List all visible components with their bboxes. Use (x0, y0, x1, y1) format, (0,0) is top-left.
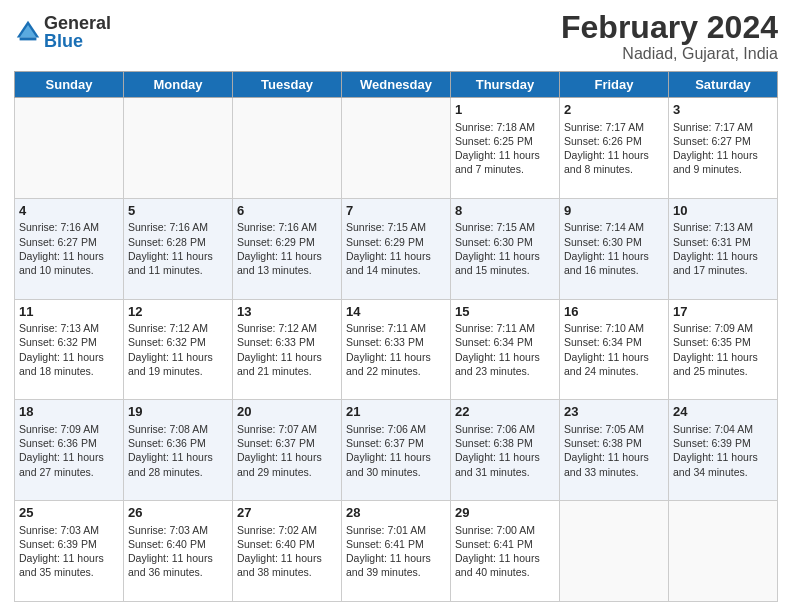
col-friday: Friday (560, 72, 669, 98)
cell-2-1: 12Sunrise: 7:12 AM Sunset: 6:32 PM Dayli… (124, 299, 233, 400)
svg-rect-2 (20, 38, 37, 41)
day-number-27: 27 (237, 504, 337, 522)
col-tuesday: Tuesday (233, 72, 342, 98)
month-title: February 2024 (561, 10, 778, 45)
day-info-15: Sunrise: 7:11 AM Sunset: 6:34 PM Dayligh… (455, 321, 555, 378)
day-info-10: Sunrise: 7:13 AM Sunset: 6:31 PM Dayligh… (673, 220, 773, 277)
day-number-16: 16 (564, 303, 664, 321)
cell-4-4: 29Sunrise: 7:00 AM Sunset: 6:41 PM Dayli… (451, 501, 560, 602)
col-monday: Monday (124, 72, 233, 98)
day-number-19: 19 (128, 403, 228, 421)
header: General Blue February 2024 Nadiad, Gujar… (14, 10, 778, 63)
day-number-4: 4 (19, 202, 119, 220)
cell-4-3: 28Sunrise: 7:01 AM Sunset: 6:41 PM Dayli… (342, 501, 451, 602)
day-info-23: Sunrise: 7:05 AM Sunset: 6:38 PM Dayligh… (564, 422, 664, 479)
logo-text: General Blue (44, 14, 111, 50)
col-saturday: Saturday (669, 72, 778, 98)
day-number-14: 14 (346, 303, 446, 321)
cell-0-2 (233, 98, 342, 199)
day-info-8: Sunrise: 7:15 AM Sunset: 6:30 PM Dayligh… (455, 220, 555, 277)
day-number-11: 11 (19, 303, 119, 321)
title-area: February 2024 Nadiad, Gujarat, India (561, 10, 778, 63)
day-info-28: Sunrise: 7:01 AM Sunset: 6:41 PM Dayligh… (346, 523, 446, 580)
day-number-26: 26 (128, 504, 228, 522)
cell-1-6: 10Sunrise: 7:13 AM Sunset: 6:31 PM Dayli… (669, 198, 778, 299)
cell-3-2: 20Sunrise: 7:07 AM Sunset: 6:37 PM Dayli… (233, 400, 342, 501)
day-info-19: Sunrise: 7:08 AM Sunset: 6:36 PM Dayligh… (128, 422, 228, 479)
cell-4-1: 26Sunrise: 7:03 AM Sunset: 6:40 PM Dayli… (124, 501, 233, 602)
calendar-body: 1Sunrise: 7:18 AM Sunset: 6:25 PM Daylig… (15, 98, 778, 602)
day-number-20: 20 (237, 403, 337, 421)
cell-0-5: 2Sunrise: 7:17 AM Sunset: 6:26 PM Daylig… (560, 98, 669, 199)
day-number-6: 6 (237, 202, 337, 220)
day-info-18: Sunrise: 7:09 AM Sunset: 6:36 PM Dayligh… (19, 422, 119, 479)
cell-2-4: 15Sunrise: 7:11 AM Sunset: 6:34 PM Dayli… (451, 299, 560, 400)
day-number-8: 8 (455, 202, 555, 220)
day-info-11: Sunrise: 7:13 AM Sunset: 6:32 PM Dayligh… (19, 321, 119, 378)
day-info-21: Sunrise: 7:06 AM Sunset: 6:37 PM Dayligh… (346, 422, 446, 479)
week-row-4: 25Sunrise: 7:03 AM Sunset: 6:39 PM Dayli… (15, 501, 778, 602)
cell-0-3 (342, 98, 451, 199)
day-number-10: 10 (673, 202, 773, 220)
day-info-1: Sunrise: 7:18 AM Sunset: 6:25 PM Dayligh… (455, 120, 555, 177)
week-row-2: 11Sunrise: 7:13 AM Sunset: 6:32 PM Dayli… (15, 299, 778, 400)
day-number-24: 24 (673, 403, 773, 421)
logo-icon (14, 18, 42, 46)
day-number-28: 28 (346, 504, 446, 522)
day-info-25: Sunrise: 7:03 AM Sunset: 6:39 PM Dayligh… (19, 523, 119, 580)
day-number-5: 5 (128, 202, 228, 220)
cell-2-0: 11Sunrise: 7:13 AM Sunset: 6:32 PM Dayli… (15, 299, 124, 400)
logo: General Blue (14, 14, 111, 50)
cell-0-0 (15, 98, 124, 199)
day-info-27: Sunrise: 7:02 AM Sunset: 6:40 PM Dayligh… (237, 523, 337, 580)
cell-3-5: 23Sunrise: 7:05 AM Sunset: 6:38 PM Dayli… (560, 400, 669, 501)
day-number-23: 23 (564, 403, 664, 421)
cell-0-4: 1Sunrise: 7:18 AM Sunset: 6:25 PM Daylig… (451, 98, 560, 199)
cell-0-6: 3Sunrise: 7:17 AM Sunset: 6:27 PM Daylig… (669, 98, 778, 199)
day-number-13: 13 (237, 303, 337, 321)
day-number-21: 21 (346, 403, 446, 421)
week-row-1: 4Sunrise: 7:16 AM Sunset: 6:27 PM Daylig… (15, 198, 778, 299)
day-number-18: 18 (19, 403, 119, 421)
cell-1-1: 5Sunrise: 7:16 AM Sunset: 6:28 PM Daylig… (124, 198, 233, 299)
day-info-20: Sunrise: 7:07 AM Sunset: 6:37 PM Dayligh… (237, 422, 337, 479)
day-info-3: Sunrise: 7:17 AM Sunset: 6:27 PM Dayligh… (673, 120, 773, 177)
cell-2-3: 14Sunrise: 7:11 AM Sunset: 6:33 PM Dayli… (342, 299, 451, 400)
day-info-6: Sunrise: 7:16 AM Sunset: 6:29 PM Dayligh… (237, 220, 337, 277)
day-number-12: 12 (128, 303, 228, 321)
day-number-25: 25 (19, 504, 119, 522)
day-info-4: Sunrise: 7:16 AM Sunset: 6:27 PM Dayligh… (19, 220, 119, 277)
cell-1-2: 6Sunrise: 7:16 AM Sunset: 6:29 PM Daylig… (233, 198, 342, 299)
day-info-9: Sunrise: 7:14 AM Sunset: 6:30 PM Dayligh… (564, 220, 664, 277)
day-number-1: 1 (455, 101, 555, 119)
cell-1-4: 8Sunrise: 7:15 AM Sunset: 6:30 PM Daylig… (451, 198, 560, 299)
cell-0-1 (124, 98, 233, 199)
col-thursday: Thursday (451, 72, 560, 98)
cell-3-3: 21Sunrise: 7:06 AM Sunset: 6:37 PM Dayli… (342, 400, 451, 501)
day-info-5: Sunrise: 7:16 AM Sunset: 6:28 PM Dayligh… (128, 220, 228, 277)
cell-2-6: 17Sunrise: 7:09 AM Sunset: 6:35 PM Dayli… (669, 299, 778, 400)
logo-general-text: General (44, 14, 111, 32)
day-number-22: 22 (455, 403, 555, 421)
logo-blue-text: Blue (44, 32, 111, 50)
day-number-29: 29 (455, 504, 555, 522)
col-wednesday: Wednesday (342, 72, 451, 98)
cell-3-6: 24Sunrise: 7:04 AM Sunset: 6:39 PM Dayli… (669, 400, 778, 501)
calendar-table: Sunday Monday Tuesday Wednesday Thursday… (14, 71, 778, 602)
day-info-7: Sunrise: 7:15 AM Sunset: 6:29 PM Dayligh… (346, 220, 446, 277)
cell-2-5: 16Sunrise: 7:10 AM Sunset: 6:34 PM Dayli… (560, 299, 669, 400)
day-info-17: Sunrise: 7:09 AM Sunset: 6:35 PM Dayligh… (673, 321, 773, 378)
cell-4-2: 27Sunrise: 7:02 AM Sunset: 6:40 PM Dayli… (233, 501, 342, 602)
day-info-24: Sunrise: 7:04 AM Sunset: 6:39 PM Dayligh… (673, 422, 773, 479)
day-number-9: 9 (564, 202, 664, 220)
day-info-12: Sunrise: 7:12 AM Sunset: 6:32 PM Dayligh… (128, 321, 228, 378)
col-sunday: Sunday (15, 72, 124, 98)
day-info-26: Sunrise: 7:03 AM Sunset: 6:40 PM Dayligh… (128, 523, 228, 580)
cell-1-5: 9Sunrise: 7:14 AM Sunset: 6:30 PM Daylig… (560, 198, 669, 299)
cell-4-6 (669, 501, 778, 602)
location: Nadiad, Gujarat, India (561, 45, 778, 63)
week-row-3: 18Sunrise: 7:09 AM Sunset: 6:36 PM Dayli… (15, 400, 778, 501)
page: General Blue February 2024 Nadiad, Gujar… (0, 0, 792, 612)
day-info-13: Sunrise: 7:12 AM Sunset: 6:33 PM Dayligh… (237, 321, 337, 378)
day-number-15: 15 (455, 303, 555, 321)
